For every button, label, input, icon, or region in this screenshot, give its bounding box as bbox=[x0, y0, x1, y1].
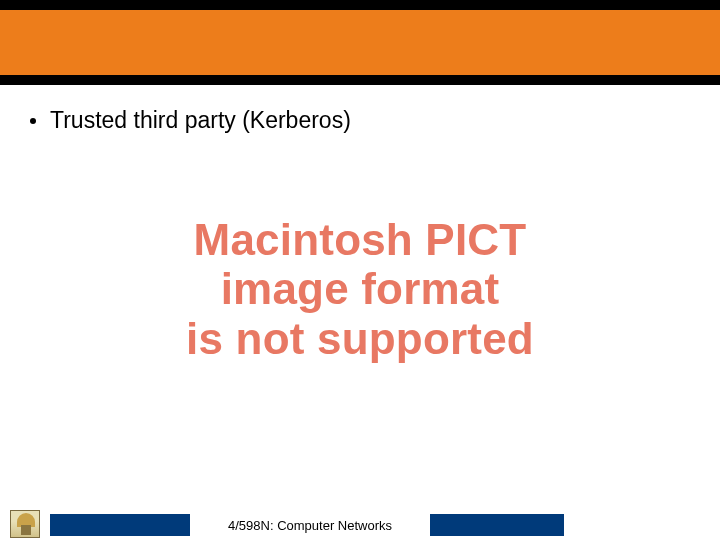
footer-course-text: 4/598N: Computer Networks bbox=[228, 518, 392, 533]
title-bottom-stripe bbox=[0, 75, 720, 85]
pict-unsupported-message: Macintosh PICT image format is not suppo… bbox=[100, 215, 620, 363]
footer-logo-icon bbox=[10, 510, 40, 538]
footer-course-label: 4/598N: Computer Networks bbox=[190, 514, 430, 536]
footer: 4/598N: Computer Networks bbox=[0, 508, 720, 540]
title-orange-bar bbox=[0, 0, 720, 85]
slide: Trusted third party (Kerberos) Macintosh… bbox=[0, 0, 720, 540]
bullet-dot-icon bbox=[30, 118, 36, 124]
pict-line2: image format bbox=[100, 264, 620, 313]
bullet-text: Trusted third party (Kerberos) bbox=[50, 107, 351, 134]
title-top-stripe bbox=[0, 0, 720, 10]
title-band bbox=[0, 0, 720, 85]
pict-line3: is not supported bbox=[100, 314, 620, 363]
pict-line1: Macintosh PICT bbox=[100, 215, 620, 264]
bullet-row: Trusted third party (Kerberos) bbox=[30, 107, 351, 134]
